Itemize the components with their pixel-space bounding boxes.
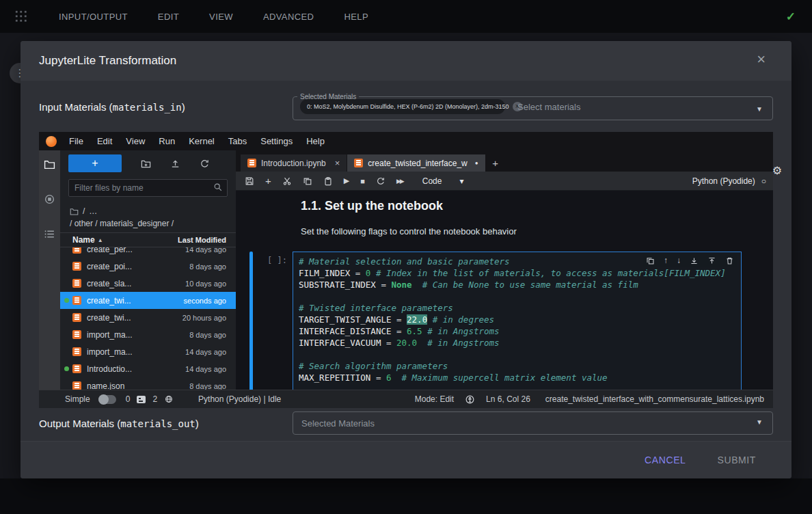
simple-mode-toggle[interactable] <box>98 395 116 404</box>
chevron-down-icon[interactable]: ▼ <box>756 418 763 426</box>
kernel-running-dot <box>64 298 69 303</box>
paste-icon[interactable] <box>323 176 333 186</box>
menu-input-output[interactable]: INPUT/OUTPUT <box>59 12 128 22</box>
kernels-count[interactable]: 2 <box>152 394 157 404</box>
run-icon[interactable]: ▶ <box>344 176 349 185</box>
stop-icon[interactable]: ■ <box>360 177 365 185</box>
kernel-name[interactable]: Python (Pyodide) <box>692 176 755 186</box>
file-row[interactable]: import_ma... 14 days ago <box>60 343 236 360</box>
menu-view[interactable]: VIEW <box>209 12 233 22</box>
notebook-file-icon <box>72 330 81 339</box>
file-row[interactable]: create_poi... 8 days ago <box>60 258 236 275</box>
dialog-title: JupyterLite Transformation <box>39 54 176 68</box>
restart-kernel-icon[interactable] <box>376 176 385 186</box>
column-name[interactable]: Name <box>72 235 95 245</box>
notebook-file-icon <box>72 296 81 305</box>
new-tab-button[interactable]: + <box>486 154 505 172</box>
active-filename: create_twisted_interface_with_commensura… <box>545 394 764 404</box>
file-row[interactable]: create_twi... 20 hours ago <box>60 309 236 326</box>
menu-edit[interactable]: EDIT <box>158 12 179 22</box>
jl-menu-kernel[interactable]: Kernel <box>182 136 221 146</box>
submit-button[interactable]: SUBMIT <box>718 455 757 465</box>
accessibility-icon[interactable] <box>465 394 475 405</box>
output-select-placeholder: Selected Materials <box>301 418 375 429</box>
cancel-button[interactable]: CANCEL <box>645 455 686 465</box>
activity-bar <box>39 150 60 390</box>
select-materials-placeholder: Select materials <box>517 102 580 112</box>
terminals-count[interactable]: 0 <box>126 394 131 404</box>
file-browser-toolbar: + <box>60 150 236 175</box>
breadcrumb-ellipsis[interactable]: … <box>89 205 97 217</box>
file-browser: + / … / ot <box>60 150 236 390</box>
notebook-panel: Introduction.ipynb × create_twisted_inte… <box>236 150 773 390</box>
chevron-down-icon[interactable]: ▼ <box>756 105 763 113</box>
move-cell-up-icon[interactable]: ↑ <box>664 256 668 265</box>
insert-cell-below-icon[interactable] <box>690 256 699 265</box>
dialog-footer: CANCEL SUBMIT <box>21 441 791 478</box>
tab-create-twisted-interface[interactable]: create_twisted_interface_w ● <box>347 154 485 172</box>
gear-icon[interactable]: ⚙ <box>772 164 782 177</box>
run-all-icon[interactable]: ▶▶ <box>396 178 403 185</box>
app-grid-icon[interactable] <box>15 10 27 23</box>
tab-close-icon[interactable]: × <box>335 158 340 168</box>
move-cell-down-icon[interactable]: ↓ <box>677 256 681 265</box>
notebook-file-icon <box>72 347 81 356</box>
search-icon <box>213 182 223 192</box>
file-row-selected[interactable]: create_twi... seconds ago <box>60 292 236 309</box>
tab-introduction[interactable]: Introduction.ipynb × <box>241 154 347 172</box>
breadcrumb-path[interactable]: / other / materials_designer / <box>70 217 226 230</box>
jl-menu-view[interactable]: View <box>119 136 152 146</box>
jl-menu-run[interactable]: Run <box>152 136 182 146</box>
copy-icon[interactable] <box>303 176 312 186</box>
cursor-position[interactable]: Ln 6, Col 26 <box>486 394 530 404</box>
jl-menu-help[interactable]: Help <box>299 136 331 146</box>
output-materials-label: Output Materials (materials_out) <box>39 418 199 429</box>
filter-files-input[interactable] <box>68 179 228 197</box>
upload-icon[interactable] <box>170 159 180 169</box>
file-row[interactable]: create_sla... 10 days ago <box>60 275 236 292</box>
jl-menu-settings[interactable]: Settings <box>254 136 299 146</box>
jl-menu-tabs[interactable]: Tabs <box>221 136 254 146</box>
refresh-icon[interactable] <box>200 159 210 169</box>
jupyter-logo-icon <box>46 136 57 147</box>
notebook-file-icon <box>354 159 363 167</box>
table-of-contents-icon[interactable] <box>44 228 55 240</box>
kernel-status-text[interactable]: Python (Pyodide) | Idle <box>198 394 281 404</box>
breadcrumb: / … / other / materials_designer / <box>60 201 236 232</box>
jl-menu-file[interactable]: File <box>62 136 90 146</box>
app-menubar: INPUT/OUTPUT EDIT VIEW ADVANCED HELP ✓ <box>0 0 812 33</box>
column-last-modified[interactable]: Last Modified <box>178 236 226 244</box>
material-chip: 0: MoS2, Molybdenum Disulfide, HEX (P-6m… <box>300 99 505 114</box>
check-icon[interactable]: ✓ <box>786 10 796 24</box>
notebook-file-icon <box>72 313 81 322</box>
cell-type-dropdown[interactable]: Code ▾ <box>422 176 464 186</box>
new-folder-icon[interactable] <box>141 159 151 169</box>
cut-icon[interactable] <box>282 176 292 186</box>
code-editor[interactable]: # Material selection and basic parameter… <box>293 252 742 390</box>
unsaved-dot-icon[interactable]: ● <box>475 160 478 166</box>
output-materials-select[interactable]: Selected Materials ▼ <box>293 411 773 435</box>
menu-help[interactable]: HELP <box>344 12 368 22</box>
sort-asc-icon: ▲ <box>98 237 103 243</box>
new-launcher-button[interactable]: + <box>68 154 122 172</box>
code-cell[interactable]: [ ]: # Material selection and basic para… <box>249 252 742 390</box>
close-icon[interactable]: × <box>757 51 766 68</box>
home-folder-icon[interactable] <box>70 207 79 216</box>
delete-cell-icon[interactable] <box>725 256 734 265</box>
file-row[interactable]: Introductio... 14 days ago <box>60 360 236 377</box>
cell-toolbar: ↑ ↓ <box>643 254 737 267</box>
insert-cell-icon[interactable]: + <box>265 175 271 187</box>
input-materials-select[interactable]: Selected Materials 0: MoS2, Molybdenum D… <box>293 93 773 120</box>
duplicate-cell-icon[interactable] <box>646 256 655 265</box>
file-row[interactable]: name.json 8 days ago <box>60 377 236 390</box>
save-icon[interactable] <box>245 176 254 186</box>
files-tab-icon[interactable] <box>44 159 55 170</box>
file-row[interactable]: import_ma... 8 days ago <box>60 326 236 343</box>
notebook-file-icon <box>247 159 256 167</box>
file-row[interactable]: create_per... 14 days ago <box>60 247 236 258</box>
file-list-header: Name ▲ Last Modified <box>60 232 236 247</box>
running-sessions-icon[interactable] <box>44 193 55 205</box>
insert-cell-above-icon[interactable] <box>707 256 716 265</box>
jl-menu-edit[interactable]: Edit <box>90 136 119 146</box>
menu-advanced[interactable]: ADVANCED <box>263 12 314 22</box>
